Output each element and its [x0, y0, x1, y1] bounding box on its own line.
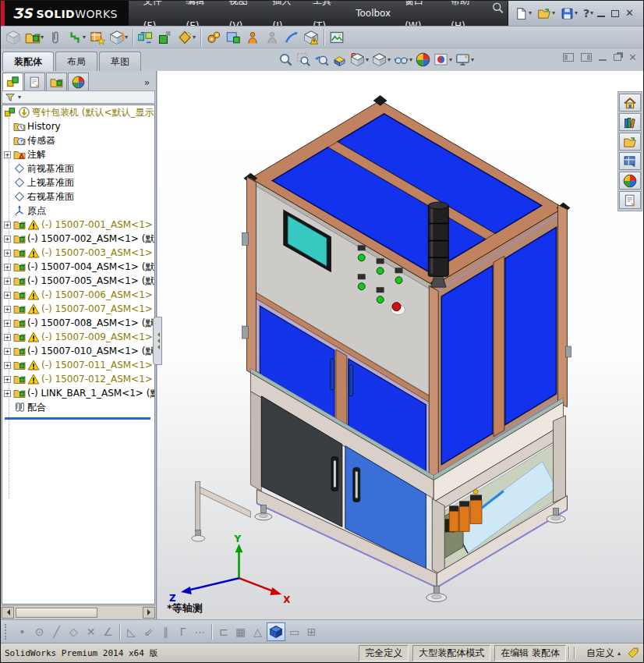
leveling-foot[interactable]	[426, 586, 447, 601]
zoom-to-area-icon[interactable]	[295, 51, 312, 69]
add-relation-icon[interactable]: ◺	[123, 623, 140, 640]
tree-item-component[interactable]: +(-) 15007-005_ASM<1> (默认	[2, 274, 154, 288]
tree-item-component[interactable]: +(-) 15007-001_ASM<1> (默认	[2, 218, 154, 232]
sketch-circle-icon[interactable]: ⊙	[31, 623, 48, 640]
view-palette-icon[interactable]	[619, 152, 641, 170]
menu-toolbox[interactable]: Toolbox	[349, 1, 398, 26]
open-document-button[interactable]: ▾	[536, 5, 557, 22]
tab-layout[interactable]: 布局	[55, 51, 97, 71]
expand-icon[interactable]: +	[4, 334, 11, 341]
tree-root-assembly[interactable]: 弯针包装机 (默认<默认_显示	[2, 105, 154, 119]
machine-model[interactable]	[192, 95, 571, 602]
motion-study-icon[interactable]	[204, 28, 223, 47]
expand-icon[interactable]: +	[4, 348, 11, 355]
belt-chain-icon[interactable]	[282, 28, 301, 47]
expand-icon[interactable]: +	[4, 222, 11, 229]
insert-components-icon[interactable]: ▾	[23, 28, 45, 47]
expand-icon[interactable]: +	[4, 278, 11, 285]
design-library-icon[interactable]	[619, 113, 641, 131]
tree-item-history[interactable]: History	[2, 119, 154, 133]
minimize-button-icon[interactable]	[597, 10, 605, 17]
shaded-view-cube-button[interactable]	[267, 622, 285, 641]
table-leg[interactable]	[554, 416, 566, 503]
edit-component-icon[interactable]	[4, 28, 23, 47]
appearances-scenes-icon[interactable]	[619, 172, 641, 190]
doc-minimize-icon[interactable]	[599, 55, 607, 61]
exploded-view-icon[interactable]	[224, 28, 242, 47]
expand-icon[interactable]: +	[4, 236, 11, 243]
expand-icon[interactable]: +	[4, 250, 11, 257]
expand-icon[interactable]: +	[4, 376, 11, 383]
sketch-trim-icon[interactable]: ✕	[83, 623, 99, 640]
tab-propertymanager[interactable]	[24, 73, 45, 90]
tree-item-component[interactable]: +(-) 15007-008_ASM<1> (默认	[2, 316, 154, 330]
tree-item-component[interactable]: +(-) 15007-009_ASM<1> (默认	[2, 330, 154, 344]
display-pane-left-icon[interactable]	[563, 53, 574, 62]
tree-item-component[interactable]: +(-) 15007-011_ASM<1> (默认	[2, 358, 154, 372]
mate-icon[interactable]: ▾	[65, 28, 87, 47]
sketch-point-icon[interactable]: •	[14, 623, 30, 640]
previous-view-icon[interactable]	[313, 51, 330, 69]
search-icon[interactable]	[491, 1, 504, 15]
attachments-icon[interactable]	[46, 28, 65, 47]
replace-components-icon[interactable]	[136, 28, 155, 47]
stand-rear-leg[interactable]	[192, 482, 251, 542]
construction-geometry-icon[interactable]: ⋯	[192, 623, 208, 640]
tree-item-component[interactable]: +(-) 15007-007_ASM<1> (默认	[2, 302, 154, 316]
file-explorer-icon[interactable]	[619, 133, 641, 151]
tree-item-component[interactable]: +(-) 15007-012_ASM<1> (默认	[2, 372, 154, 386]
expand-icon[interactable]: +	[4, 390, 11, 397]
tab-featuremanager-design-tree[interactable]	[2, 73, 23, 90]
parallel-relation-icon[interactable]: ∥	[157, 623, 174, 640]
table-pane-icon[interactable]: ⊞	[303, 623, 320, 640]
doc-close-icon[interactable]: ✕	[628, 54, 637, 62]
hide-show-items-icon[interactable]: ▾	[393, 51, 413, 69]
move-rotate-component-icon[interactable]: ▾	[108, 28, 129, 47]
door-handle[interactable]	[331, 359, 334, 390]
scroll-right-button[interactable]	[143, 607, 155, 619]
tab-sketch[interactable]: 草图	[99, 51, 141, 71]
linear-component-pattern-icon[interactable]	[88, 28, 107, 47]
smart-dimension-icon[interactable]: ⊏	[215, 623, 232, 640]
expand-icon[interactable]: +	[4, 306, 11, 313]
sketch-angle-icon[interactable]: ∠	[100, 623, 116, 640]
grid-snap-icon[interactable]: ▦	[232, 623, 249, 640]
tree-item-component[interactable]: +(-) 15007-010_ASM<1> (默认	[2, 344, 154, 358]
window-pane-icon[interactable]: ▭	[286, 623, 303, 640]
right-panel-front[interactable]	[441, 265, 493, 464]
smart-fasteners-icon[interactable]: ▾	[175, 28, 197, 47]
expand-icon[interactable]: +	[4, 362, 11, 369]
panel-collapse-handle[interactable]	[153, 317, 162, 365]
solidworks-resources-icon[interactable]	[619, 94, 641, 112]
tree-item-component[interactable]: +(-) 15007-004_ASM<1> (默认	[2, 260, 154, 274]
display-style-icon[interactable]: ▾	[371, 51, 391, 69]
table-leg[interactable]	[432, 498, 444, 576]
save-button[interactable]: ▾	[559, 5, 579, 22]
tree-item-component[interactable]: +(-) LINK_BAR_1_ASM<1> (默认	[2, 386, 154, 400]
tree-item-right-plane[interactable]: 右视基准面	[2, 190, 154, 204]
view-orientation-icon[interactable]: ▾	[349, 51, 370, 69]
door-handle[interactable]	[349, 365, 353, 396]
right-panel-rear[interactable]	[505, 227, 557, 424]
apply-scene-icon[interactable]: ▾	[433, 51, 453, 69]
rollback-bar[interactable]	[5, 417, 150, 420]
edit-appearance-icon[interactable]	[415, 51, 431, 69]
tab-displaymanager[interactable]	[68, 73, 89, 90]
corner-rectangle-icon[interactable]: Γ	[175, 623, 191, 640]
assembly-features-icon[interactable]	[156, 28, 175, 47]
tree-item-annotations[interactable]: +注解	[2, 147, 154, 161]
status-large-assembly-mode[interactable]: 大型装配体模式	[412, 645, 490, 661]
tree-item-component[interactable]: +(-) 15007-006_ASM<1> (默认	[2, 288, 154, 302]
filter-funnel-icon[interactable]	[5, 92, 16, 103]
expand-icon[interactable]: +	[4, 151, 11, 158]
view-settings-icon[interactable]: ▾	[455, 51, 475, 69]
expand-icon[interactable]: +	[4, 264, 11, 271]
scrollbar-thumb[interactable]	[16, 608, 97, 618]
status-custom-dropdown[interactable]: 自定义▴	[586, 647, 621, 660]
expand-icon[interactable]: +	[4, 292, 11, 299]
doc-restore-icon[interactable]	[614, 54, 621, 61]
assembly-xpert-icon[interactable]	[302, 28, 320, 47]
interference-detection-icon[interactable]	[243, 28, 262, 47]
custom-properties-icon[interactable]	[619, 191, 641, 209]
tree-item-component[interactable]: +(-) 15007-002_ASM<1> (默认	[2, 232, 154, 246]
